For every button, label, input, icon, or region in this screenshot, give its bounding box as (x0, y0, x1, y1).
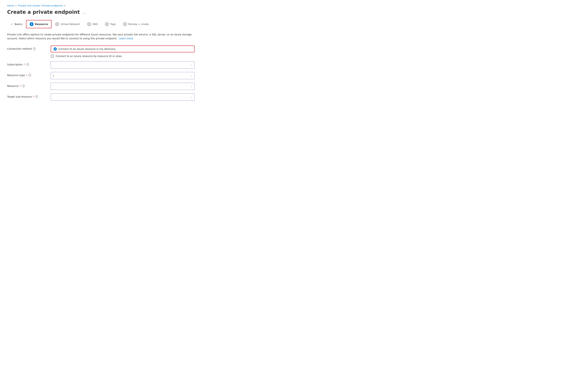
basics-check-icon: ✓ (11, 23, 13, 26)
resource-type-required: * (26, 74, 27, 77)
step-basics[interactable]: ✓ Basics (7, 20, 26, 28)
resource-type-row: Resource type * i ⌄ (7, 72, 194, 79)
target-sub-resource-info-icon[interactable]: i (35, 95, 38, 98)
resource-type-control: ⌄ (51, 72, 194, 79)
step-review-circle: 6 (123, 22, 127, 26)
resource-row: Resource * i ⌄ (7, 83, 194, 90)
resource-dropdown[interactable]: ⌄ (51, 83, 194, 90)
radio-group: Connect to an Azure resource in my direc… (51, 46, 194, 58)
resource-info-icon[interactable]: i (22, 84, 25, 87)
connection-method-label: Connection method i (7, 46, 46, 50)
breadcrumb-home[interactable]: Home (7, 4, 14, 7)
step-dns-label: DNS (92, 23, 98, 26)
resource-type-label: Resource type * i (7, 72, 46, 77)
step-resource-circle: 2 (30, 22, 34, 26)
step-basics-label: Basics (15, 23, 23, 26)
radio-resource-id-label: Connect to an Azure resource by resource… (56, 55, 123, 57)
subscription-row: Subscription * i ⌄ (7, 61, 194, 68)
target-sub-resource-required: * (33, 95, 34, 98)
resource-chevron-icon: ⌄ (191, 85, 192, 88)
step-vnet-label: Virtual Network (61, 23, 80, 26)
resource-control: ⌄ (51, 83, 194, 90)
breadcrumb-private-link[interactable]: Private Link Center | Private endpoints (18, 4, 63, 7)
step-dns[interactable]: 4 DNS (84, 20, 101, 28)
step-resource[interactable]: 2 Resource (26, 20, 52, 28)
radio-directory-input (53, 47, 57, 51)
step-review-create[interactable]: 6 Review + create (119, 20, 152, 28)
resource-label: Resource * i (7, 83, 46, 87)
resource-required: * (20, 84, 21, 87)
learn-more-link[interactable]: Learn more (119, 37, 133, 40)
page-title: Create a private endpoint (7, 9, 80, 15)
step-tags[interactable]: 5 Tags (101, 20, 119, 28)
subscription-dropdown[interactable]: ⌄ (51, 61, 194, 68)
target-sub-resource-label: Target sub-resource * i (7, 93, 46, 98)
connection-method-info-icon[interactable]: i (33, 47, 36, 50)
radio-resource-id[interactable]: Connect to an Azure resource by resource… (51, 55, 194, 58)
step-tags-circle: 5 (105, 22, 109, 26)
target-sub-resource-control: ⌄ (51, 93, 194, 101)
connection-method-controls: Connect to an Azure resource in my direc… (51, 46, 194, 58)
resource-type-dropdown[interactable]: ⌄ (51, 72, 194, 79)
page-title-row: Create a private endpoint ... (7, 9, 581, 15)
description-text: Private Link offers options to create pr… (7, 33, 194, 41)
subscription-required: * (24, 63, 25, 66)
radio-directory[interactable]: Connect to an Azure resource in my direc… (51, 46, 194, 52)
step-vnet-circle: 3 (55, 22, 59, 26)
subscription-label: Subscription * i (7, 61, 46, 66)
breadcrumb-sep2: > (64, 4, 66, 7)
resource-type-value (53, 74, 54, 77)
target-sub-resource-chevron-icon: ⌄ (191, 96, 192, 98)
step-virtual-network[interactable]: 3 Virtual Network (52, 20, 84, 28)
resource-type-chevron-icon: ⌄ (191, 74, 192, 77)
step-dns-circle: 4 (87, 22, 91, 26)
connection-method-row: Connection method i Connect to an Azure … (7, 46, 194, 58)
ellipsis-button[interactable]: ... (82, 10, 88, 14)
radio-resource-id-input (51, 55, 54, 58)
step-review-label: Review + create (128, 23, 149, 26)
target-sub-resource-row: Target sub-resource * i ⌄ (7, 93, 194, 101)
step-tags-label: Tags (110, 23, 116, 26)
steps-nav: ✓ Basics 2 Resource 3 Virtual Network 4 … (7, 20, 581, 28)
resource-type-info-icon[interactable]: i (28, 74, 31, 77)
target-sub-resource-dropdown[interactable]: ⌄ (51, 93, 194, 101)
step-resource-label: Resource (35, 23, 48, 26)
subscription-control: ⌄ (51, 61, 194, 68)
form-section: Connection method i Connect to an Azure … (7, 46, 194, 101)
subscription-chevron-icon: ⌄ (191, 64, 192, 66)
breadcrumb: Home > Private Link Center | Private end… (7, 4, 581, 7)
subscription-info-icon[interactable]: i (26, 63, 29, 66)
breadcrumb-sep1: > (15, 4, 17, 7)
radio-directory-label: Connect to an Azure resource in my direc… (59, 47, 116, 50)
